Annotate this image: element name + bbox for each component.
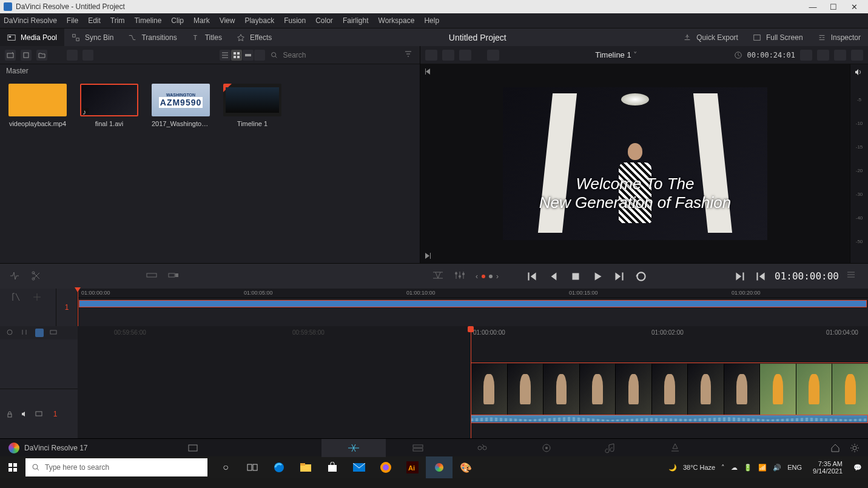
viewer-tool-2[interactable]: [442, 50, 454, 61]
quick-export-button[interactable]: Quick Export: [676, 33, 745, 42]
sliders-icon[interactable]: [454, 270, 467, 283]
transport-menu-icon[interactable]: [846, 270, 860, 283]
menu-mark[interactable]: Mark: [193, 16, 210, 25]
menu-fusion[interactable]: Fusion: [284, 16, 306, 25]
edge-icon[interactable]: [266, 456, 292, 478]
tray-chevron-icon[interactable]: ˄: [721, 464, 725, 472]
page-deliver[interactable]: [643, 439, 707, 457]
timeline-view-dots[interactable]: ‹›: [476, 272, 499, 281]
boring-detector-icon[interactable]: [8, 270, 22, 283]
start-button[interactable]: [0, 456, 25, 478]
illustrator-icon[interactable]: Ai: [399, 456, 426, 478]
menu-fairlight[interactable]: Fairlight: [343, 16, 369, 25]
mini-track-number[interactable]: 1: [56, 289, 78, 326]
page-cut[interactable]: [321, 439, 386, 457]
menu-workspace[interactable]: Workspace: [378, 16, 415, 25]
firefox-icon[interactable]: [372, 456, 399, 478]
tray-language-icon[interactable]: ENG: [787, 464, 802, 471]
speaker-icon[interactable]: [854, 68, 865, 79]
search-input[interactable]: [283, 51, 400, 59]
timeline-playhead[interactable]: [471, 326, 471, 438]
toggle-audio-icon[interactable]: [35, 329, 44, 337]
append-icon[interactable]: [167, 270, 181, 283]
store-icon[interactable]: [319, 456, 346, 478]
inspector-button[interactable]: Inspector: [810, 33, 868, 42]
viewer-zoom[interactable]: [487, 50, 499, 61]
tab-media-pool[interactable]: Media Pool: [0, 28, 64, 46]
go-start-button[interactable]: [525, 270, 539, 283]
tab-sync-bin[interactable]: Sync Bin: [64, 28, 121, 46]
video-clip[interactable]: [471, 364, 868, 415]
taskbar-search[interactable]: Type here to search: [25, 458, 207, 476]
mini-playhead[interactable]: [78, 289, 78, 326]
page-color[interactable]: [514, 439, 579, 457]
viewer-opt-3[interactable]: [834, 50, 846, 61]
viewer-opt-2[interactable]: [817, 50, 829, 61]
smart-insert-icon[interactable]: [146, 270, 159, 283]
go-end-button[interactable]: [613, 270, 626, 283]
import-menu-icon[interactable]: [5, 50, 16, 61]
go-next-edit-button[interactable]: [733, 270, 747, 283]
tool-c-icon[interactable]: [383, 270, 397, 283]
ripple-icon[interactable]: [189, 270, 203, 283]
tab-transitions[interactable]: Transitions: [121, 28, 184, 46]
jump-last-icon[interactable]: [424, 252, 434, 259]
audio-track-header[interactable]: 1: [0, 389, 78, 438]
jump-first-icon[interactable]: [424, 68, 434, 75]
stop-button[interactable]: [569, 270, 582, 283]
mini-ruler[interactable]: 01:00:00:00 01:00:05:00 01:00:10:00 01:0…: [78, 289, 868, 298]
page-edit[interactable]: [386, 439, 450, 457]
dynamic-trim-icon[interactable]: [432, 270, 445, 283]
full-screen-button[interactable]: Full Screen: [745, 33, 810, 42]
view-strip-icon[interactable]: [243, 50, 254, 61]
transport-timecode[interactable]: 01:00:00:00: [775, 270, 839, 282]
menu-trim[interactable]: Trim: [110, 16, 125, 25]
go-prev-edit-button[interactable]: [754, 270, 767, 283]
menu-edit[interactable]: Edit: [88, 16, 101, 25]
menu-timeline[interactable]: Timeline: [134, 16, 161, 25]
import-folder-icon[interactable]: [36, 50, 47, 61]
tray-cloud-icon[interactable]: ☁: [731, 464, 738, 472]
cortana-icon[interactable]: ○: [212, 456, 239, 478]
import-media-icon[interactable]: [21, 50, 32, 61]
clip-item[interactable]: videoplayback.mp4: [8, 84, 67, 127]
bin-master[interactable]: Master: [0, 64, 420, 78]
mini-tool-c[interactable]: [11, 310, 24, 324]
page-fairlight[interactable]: [579, 439, 643, 457]
viewer-opt-1[interactable]: [800, 50, 812, 61]
page-fusion[interactable]: [450, 439, 514, 457]
clip-item[interactable]: ♪ final 1.avi: [80, 84, 138, 127]
viewer-bypass-icon[interactable]: [851, 50, 863, 61]
paint-icon[interactable]: 🎨: [453, 456, 479, 478]
lock-icon[interactable]: [6, 410, 13, 418]
closeup-icon[interactable]: [211, 270, 224, 283]
timeline-tracks[interactable]: 00:59:56:00 00:59:58:00 01:00:00:00 01:0…: [78, 326, 868, 438]
timeline-name[interactable]: Timeline 1 ˅: [504, 50, 729, 59]
keyboard-icon[interactable]: [188, 444, 198, 452]
notifications-icon[interactable]: 💬: [853, 464, 862, 472]
loop-button[interactable]: [634, 270, 648, 283]
maximize-button[interactable]: ☐: [823, 2, 844, 12]
resolve-taskbar-icon[interactable]: [426, 456, 453, 478]
tool-b-icon[interactable]: [362, 270, 375, 283]
source-overwrite-icon[interactable]: [255, 270, 268, 283]
menu-color[interactable]: Color: [315, 16, 333, 25]
task-view-icon[interactable]: [239, 456, 266, 478]
minimize-button[interactable]: —: [802, 2, 823, 12]
audio-clip[interactable]: [471, 415, 868, 423]
tray-battery-icon[interactable]: 🔋: [744, 464, 752, 472]
menu-davinciresolve[interactable]: DaVinci Resolve: [4, 16, 57, 25]
bin-icon[interactable]: [67, 50, 78, 61]
view-audio-icon[interactable]: [254, 50, 265, 61]
settings-icon[interactable]: [850, 443, 860, 453]
menu-help[interactable]: Help: [424, 16, 439, 25]
mail-icon[interactable]: [346, 456, 372, 478]
sort-icon[interactable]: [404, 50, 415, 61]
system-tray[interactable]: 🌙 38°C Haze ˄ ☁ 🔋 📶 🔊 ENG 7:35 AM 9/14/2…: [662, 460, 868, 475]
menu-file[interactable]: File: [67, 16, 78, 25]
explorer-icon[interactable]: [292, 456, 319, 478]
viewer-frame[interactable]: Welcome To The New Generation of Fashion: [420, 64, 850, 263]
taskbar-clock[interactable]: 7:35 AM 9/14/2021: [808, 460, 847, 475]
mini-tool-b[interactable]: [32, 292, 45, 305]
toggle-marker-icon[interactable]: [6, 329, 15, 337]
